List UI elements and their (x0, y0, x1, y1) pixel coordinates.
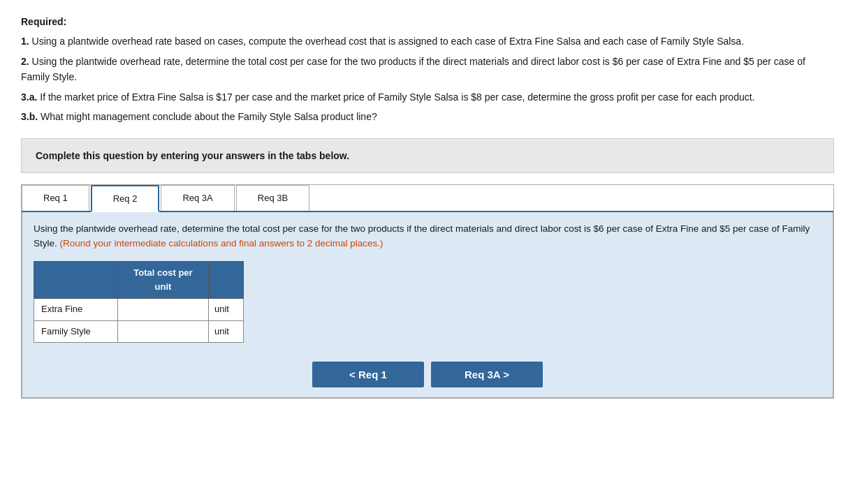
tab-req3b-label: Req 3B (258, 193, 288, 203)
answer-table-wrapper: Total cost per unit Extra Fine unit Fami… (34, 261, 244, 343)
extra-fine-label: Extra Fine (34, 299, 118, 320)
tab-req1[interactable]: Req 1 (22, 185, 89, 211)
table-row: Extra Fine unit (34, 299, 244, 320)
table-col-header: Total cost per unit (118, 262, 209, 299)
extra-fine-input-cell[interactable] (118, 299, 209, 320)
table-col-unit-header (209, 262, 244, 299)
tab-req3b[interactable]: Req 3B (236, 185, 309, 211)
tab-req2-label: Req 2 (113, 193, 138, 204)
req3b-text: What might management conclude about the… (41, 111, 377, 122)
req3b-number: 3.b. (21, 111, 38, 122)
tab-req3a[interactable]: Req 3A (161, 185, 234, 211)
next-button[interactable]: Req 3A > (431, 362, 543, 387)
req1-number: 1. (21, 36, 29, 47)
required-title: Required: (21, 16, 66, 27)
tab-req3a-label: Req 3A (182, 193, 212, 203)
tab-description-colored: (Round your intermediate calculations an… (60, 238, 383, 249)
family-style-input-cell[interactable] (118, 320, 209, 342)
complete-box-text: Complete this question by entering your … (36, 150, 349, 161)
req1-text: Using a plantwide overhead rate based on… (32, 36, 744, 47)
req3a-text: If the market price of Extra Fine Salsa … (40, 91, 754, 103)
family-style-unit: unit (209, 320, 244, 342)
tabs-container: Req 1 Req 2 Req 3A Req 3B Using the plan… (21, 184, 834, 398)
tab-description: Using the plantwide overhead rate, deter… (34, 222, 821, 251)
complete-box: Complete this question by entering your … (21, 138, 834, 173)
extra-fine-unit: unit (209, 299, 244, 320)
table-row: Family Style unit (34, 320, 244, 342)
family-style-label: Family Style (34, 320, 118, 342)
req2-text: Using the plantwide overhead rate, deter… (21, 56, 805, 82)
family-style-input[interactable] (118, 322, 208, 341)
buttons-row: < Req 1 Req 3A > (34, 362, 821, 387)
extra-fine-input[interactable] (118, 300, 208, 320)
table-col-empty (34, 262, 118, 299)
required-section: Required: 1. Using a plantwide overhead … (21, 14, 834, 124)
req2-number: 2. (21, 56, 29, 67)
req3a-number: 3.a. (21, 91, 37, 103)
tab-req1-label: Req 1 (43, 193, 68, 203)
tab-req2[interactable]: Req 2 (91, 185, 160, 212)
prev-button[interactable]: < Req 1 (312, 362, 424, 387)
answer-table: Total cost per unit Extra Fine unit Fami… (34, 261, 244, 343)
tabs-row: Req 1 Req 2 Req 3A Req 3B (22, 185, 833, 212)
tab-content-area: Using the plantwide overhead rate, deter… (22, 212, 833, 397)
